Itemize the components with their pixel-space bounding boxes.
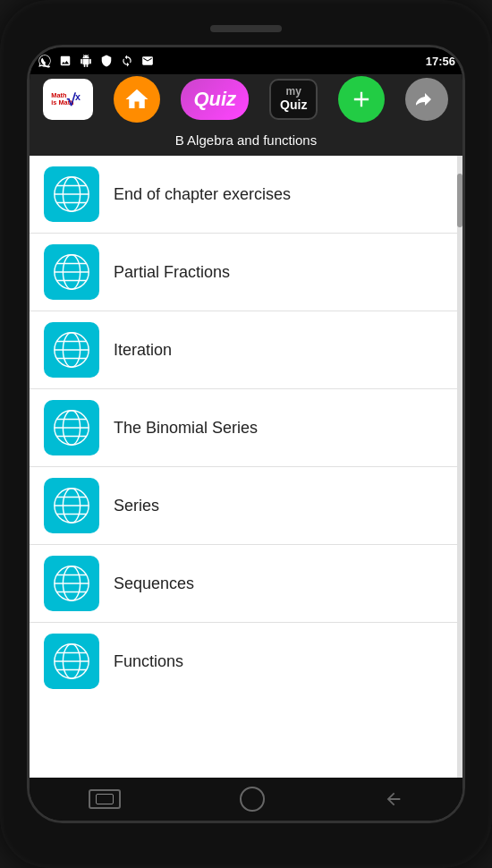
- globe-icon-2: [44, 244, 99, 300]
- section-header-text: B Algebra and functions: [175, 132, 317, 148]
- whatsapp-icon: [37, 53, 53, 69]
- status-bar: 17:56: [30, 47, 462, 74]
- sqrt-button[interactable]: Math is Math √ x: [43, 79, 93, 120]
- list-item[interactable]: End of chapter exercises: [30, 156, 462, 234]
- globe-icon-7: [44, 634, 99, 689]
- email-icon: [140, 53, 156, 69]
- item-label-7: Functions: [114, 652, 183, 671]
- sync-icon: [119, 53, 135, 69]
- item-label-1: End of chapter exercises: [114, 185, 291, 204]
- recents-button[interactable]: [89, 789, 121, 809]
- svg-text:x: x: [75, 91, 81, 102]
- list-item[interactable]: Iteration: [30, 311, 462, 389]
- list-area: End of chapter exercises Partial Fracti: [30, 156, 462, 778]
- section-header: B Algebra and functions: [30, 123, 462, 156]
- quiz-button[interactable]: Quiz: [181, 79, 249, 120]
- speaker-grille: [210, 25, 282, 32]
- home-system-button[interactable]: [240, 787, 265, 812]
- list-item[interactable]: Sequences: [30, 545, 462, 623]
- status-icons-left: [37, 53, 156, 69]
- item-label-5: Series: [114, 497, 159, 515]
- scroll-indicator: [457, 156, 462, 778]
- add-button[interactable]: [338, 76, 385, 123]
- list-item[interactable]: Series: [30, 467, 462, 545]
- myquiz-button[interactable]: my Quiz: [269, 79, 318, 120]
- globe-icon-1: [44, 166, 99, 222]
- list-scroll[interactable]: End of chapter exercises Partial Fracti: [30, 156, 462, 778]
- item-label-6: Sequences: [114, 574, 194, 593]
- quiz-label: Quiz: [193, 88, 236, 111]
- system-nav-bar: [30, 778, 462, 821]
- globe-icon-4: [44, 400, 99, 455]
- globe-icon-3: [44, 322, 99, 378]
- back-system-button[interactable]: [384, 789, 403, 809]
- globe-icon-6: [44, 556, 99, 611]
- list-item[interactable]: Functions: [30, 623, 462, 700]
- item-label-2: Partial Fractions: [114, 263, 230, 282]
- app-nav-bar: Math is Math √ x Quiz my Quiz: [30, 74, 462, 123]
- item-label-3: Iteration: [114, 341, 172, 360]
- globe-icon-5: [44, 478, 99, 533]
- scroll-thumb[interactable]: [457, 174, 462, 227]
- phone-frame: 17:56 Math is Math √ x Quiz: [0, 0, 492, 868]
- myquiz-label: my Quiz: [280, 85, 307, 113]
- android-icon: [78, 53, 94, 69]
- phone-screen: 17:56 Math is Math √ x Quiz: [27, 45, 465, 823]
- shield-icon: [98, 53, 115, 69]
- status-time: 17:56: [426, 55, 455, 68]
- share-button[interactable]: [405, 78, 448, 121]
- image-icon: [57, 53, 73, 69]
- home-button[interactable]: [114, 76, 160, 123]
- item-label-4: The Binomial Series: [114, 419, 258, 438]
- list-item[interactable]: The Binomial Series: [30, 389, 462, 467]
- list-item[interactable]: Partial Fractions: [30, 234, 462, 311]
